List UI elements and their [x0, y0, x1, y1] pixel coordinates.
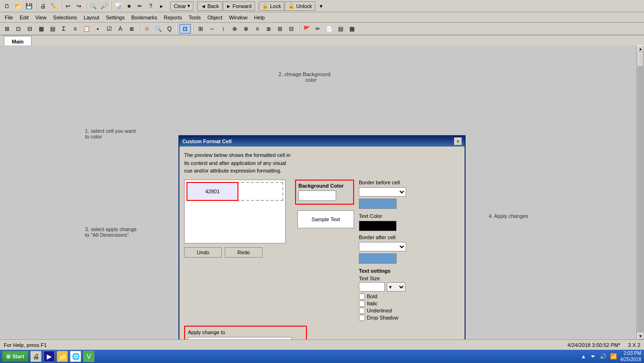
tb2-icon3[interactable]: ⊟ — [25, 24, 35, 34]
taskbar-folder-icon[interactable]: 📁 — [57, 351, 68, 362]
tb2-icon6[interactable]: Σ — [59, 24, 69, 34]
border-before-section: Border before cell — [359, 180, 460, 209]
tb2-icon22[interactable]: ≣ — [263, 24, 274, 34]
scroll-up-button[interactable]: ▲ — [637, 45, 644, 52]
search-icon[interactable]: 🔍 — [88, 1, 98, 11]
menu-layout[interactable]: Layout — [81, 14, 102, 21]
scroll-down-button[interactable]: ▼ — [637, 333, 644, 339]
tb2-icon1[interactable]: ⊞ — [2, 24, 12, 34]
italic-checkbox[interactable] — [359, 301, 365, 307]
taskbar-green-icon[interactable]: V — [83, 351, 94, 362]
tb2-icon29[interactable]: ▩ — [347, 24, 357, 34]
print-icon[interactable]: 🖨 — [38, 1, 48, 11]
tb2-icon18[interactable]: ↕ — [218, 24, 229, 34]
tb2-icon23[interactable]: ⊞ — [275, 24, 285, 34]
undo-button[interactable]: Undo — [184, 247, 222, 258]
tb2-icon2[interactable]: ⊡ — [13, 24, 24, 34]
tb2-icon4[interactable]: ▦ — [36, 24, 46, 34]
edit-icon[interactable]: ✏️ — [49, 1, 59, 11]
taskbar-cmd-icon[interactable]: ▶ — [43, 351, 55, 362]
tb2-icon26[interactable]: ✏ — [313, 24, 323, 34]
tb2-icon19[interactable]: ⊕ — [229, 24, 240, 34]
tb2-icon12[interactable]: ≣ — [127, 24, 137, 34]
text-color-button[interactable] — [359, 221, 397, 231]
tb2-icon8[interactable]: 📋 — [81, 24, 92, 34]
tb2-icon16[interactable]: ⊞ — [195, 24, 206, 34]
sys-tray-icon2[interactable]: 🔊 — [600, 353, 607, 360]
dropdown-icon[interactable]: ▾ — [316, 1, 326, 11]
menu-file[interactable]: File — [2, 14, 16, 21]
tb2-icon28[interactable]: ▤ — [335, 24, 346, 34]
tb2-icon11[interactable]: A — [115, 24, 126, 34]
chart-icon[interactable]: 📊 — [113, 1, 123, 11]
border-after-color-button[interactable] — [359, 253, 397, 264]
sys-tray-icon3[interactable]: 📶 — [610, 353, 618, 360]
open-icon[interactable]: 📂 — [13, 1, 23, 11]
taskbar-chrome-icon[interactable]: 🌐 — [70, 351, 81, 362]
menu-bookmarks[interactable]: Bookmarks — [128, 14, 160, 21]
start-label: Start — [12, 354, 24, 359]
undo-icon[interactable]: ↩ — [63, 1, 73, 11]
dialog-close-button[interactable]: × — [454, 138, 462, 145]
menu-edit[interactable]: Edit — [17, 14, 32, 21]
tb2-icon5[interactable]: ▤ — [47, 24, 58, 34]
underlined-checkbox[interactable] — [359, 308, 365, 314]
tb2-icon15[interactable]: Q — [164, 24, 175, 34]
unlock-label: Unlock — [296, 3, 312, 9]
start-button[interactable]: ⊞ Start — [2, 351, 28, 362]
help-icon[interactable]: ? — [145, 1, 156, 11]
tb2-icon7[interactable]: ≡ — [70, 24, 80, 34]
menu-view[interactable]: View — [33, 14, 50, 21]
unlock-button[interactable]: 🔓 Unlock — [285, 1, 315, 11]
tb2-active-icon[interactable]: ⊡ — [179, 24, 191, 34]
scroll-thumb[interactable] — [638, 52, 644, 67]
redo-button[interactable]: Redo — [225, 247, 263, 258]
taskbar-printer-icon[interactable]: 🖨 — [30, 351, 42, 362]
menu-selections[interactable]: Selections — [50, 14, 80, 21]
menu-window[interactable]: Window — [226, 14, 250, 21]
lock-button[interactable]: 🔒 Lock — [259, 1, 284, 11]
back-button[interactable]: ◄ Back — [197, 1, 222, 11]
drop-shadow-checkbox[interactable] — [359, 315, 365, 321]
arrow-icon[interactable]: ▸ — [156, 1, 167, 11]
text-size-input[interactable]: 100 % — [359, 282, 385, 292]
bg-color-button[interactable] — [298, 190, 336, 201]
clear-button[interactable]: Clear▾ — [170, 1, 194, 11]
tab-main[interactable]: Main — [4, 36, 32, 46]
sep1 — [35, 2, 36, 10]
bold-checkbox[interactable] — [359, 294, 365, 300]
apply-change-select[interactable]: All Dimensions This Dimension Only — [188, 337, 292, 340]
zoom-icon[interactable]: 🔎 — [99, 1, 109, 11]
sys-tray-icon1[interactable]: ⏷ — [589, 353, 597, 360]
tb2-icon14[interactable]: 🔍 — [153, 24, 163, 34]
clear-label: Clear — [174, 3, 186, 9]
menu-tools[interactable]: Tools — [186, 14, 203, 21]
right-scrollbar[interactable]: ▲ ▼ — [636, 45, 644, 339]
new-icon[interactable]: 🗋 — [2, 1, 12, 11]
border-before-select[interactable] — [359, 187, 406, 197]
tb2-icon17[interactable]: ↔ — [207, 24, 217, 34]
save-icon[interactable]: 💾 — [24, 1, 34, 11]
menu-object[interactable]: Object — [204, 14, 225, 21]
tb2-icon10[interactable]: ☑ — [104, 24, 114, 34]
tb2-icon27[interactable]: 📄 — [324, 24, 334, 34]
menu-help[interactable]: Help — [251, 14, 268, 21]
border-after-select[interactable] — [359, 242, 406, 251]
tb2-icon20[interactable]: ⊗ — [241, 24, 251, 34]
menu-settings[interactable]: Settings — [103, 14, 127, 21]
tb2-icon25[interactable]: 🚩 — [301, 24, 312, 34]
forward-button[interactable]: ► Forward — [223, 1, 255, 11]
tb2-icon9[interactable]: ▪ — [93, 24, 103, 34]
tb2-icon24[interactable]: ⊟ — [286, 24, 297, 34]
clear-dropdown[interactable]: ▾ — [187, 3, 190, 9]
tb2-icon13[interactable]: ☆ — [142, 24, 152, 34]
edit2-icon[interactable]: ✏ — [135, 1, 145, 11]
forward-label: Forward — [233, 3, 252, 9]
scroll-track[interactable] — [637, 52, 644, 333]
star-icon[interactable]: ★ — [124, 1, 134, 11]
tb2-icon21[interactable]: ≡ — [252, 24, 263, 34]
border-before-color-button[interactable] — [359, 199, 397, 209]
menu-reports[interactable]: Reports — [161, 14, 185, 21]
text-size-select[interactable]: ▾ — [387, 282, 406, 292]
redo-icon[interactable]: ↪ — [74, 1, 84, 11]
